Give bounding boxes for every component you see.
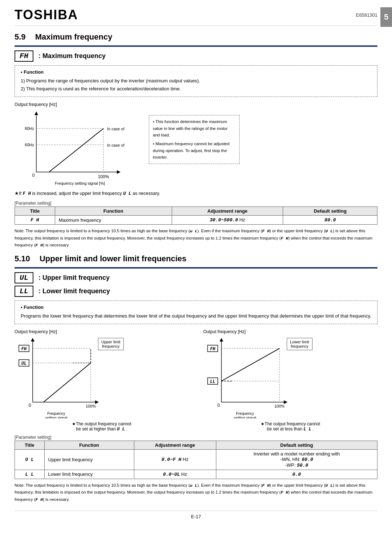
chart-row-59: Output frequency [Hz]: [15, 102, 377, 188]
row-fh-default: 80.0: [283, 216, 377, 225]
param-label-ll: : Lower limit frequency: [38, 287, 110, 295]
star-note-59: ★If F H is increased, adjust the upper l…: [15, 191, 377, 196]
chart-ul-ylabel: Output frequency [Hz]: [15, 329, 189, 334]
table-row-ll: L L Lower limit frequency 0.0~UL Hz 0.0: [15, 470, 377, 479]
chart-note-line-1: • This function determines the maximum v…: [153, 118, 236, 138]
svg-text:0: 0: [29, 403, 31, 408]
chart-lower-limit: Output frequency [Hz] FH: [203, 329, 377, 418]
section-59-heading: 5.9 Maximum frequency: [15, 32, 377, 42]
svg-text:100%: 100%: [274, 404, 285, 408]
col-function-510: Function: [44, 441, 134, 449]
chart-ll-wrap: FH LL: [203, 335, 377, 418]
svg-marker-2: [34, 111, 38, 115]
chart-note-line-2: • Maximum frequency cannot be adjusted d…: [153, 140, 236, 160]
param-box-row-ll: LL : Lower limit frequency: [15, 286, 377, 297]
svg-text:setting signal: setting signal: [234, 416, 256, 418]
svg-text:UL: UL: [21, 361, 26, 366]
chart-ll-ylabel: Output frequency [Hz]: [203, 329, 377, 334]
param-label-ul: : Upper limit frequency: [38, 274, 110, 282]
function-text-59: 1) Programs the range of frequencies out…: [21, 77, 371, 93]
svg-marker-42: [284, 400, 287, 404]
svg-text:0: 0: [217, 403, 220, 408]
svg-text:0: 0: [32, 173, 35, 178]
star-note-ll: ★The output frequency cannotbe set at le…: [203, 421, 377, 432]
note-510: Note: The output frequency is limited to…: [15, 482, 377, 503]
function-title-510: • Function: [21, 304, 371, 310]
star-note-ul: ★The output frequency cannotbe set at hi…: [15, 421, 189, 432]
chart-59: Output frequency [Hz]: [15, 102, 127, 188]
param-code-ll: LL: [15, 286, 33, 297]
svg-text:100%: 100%: [86, 404, 96, 408]
section-510-number: 5.10: [15, 254, 30, 263]
param-code-ul: UL: [15, 272, 33, 283]
row-ll-range: 0.0~UL Hz: [134, 470, 216, 479]
section-59: 5.9 Maximum frequency FH : Maximum frequ…: [15, 32, 377, 249]
chart-ylabel-59: Output frequency [Hz]: [15, 102, 127, 107]
page-footer: E-17: [15, 511, 377, 519]
svg-line-32: [44, 363, 91, 402]
param-table-510: Title Function Adjustment range Default …: [15, 441, 377, 479]
param-box-row-ul: UL : Upper limit frequency: [15, 272, 377, 283]
svg-text:FH: FH: [21, 347, 27, 352]
blue-bar-510: [15, 267, 377, 269]
section-59-number: 5.9: [15, 32, 26, 41]
col-default-59: Default setting: [283, 207, 377, 216]
col-range-59: Adjustment range: [172, 207, 283, 216]
section-59-title: Maximum frequency: [35, 32, 113, 41]
section-510-heading: 5.10 Upper limit and lower limit frequen…: [15, 254, 377, 263]
svg-text:LL: LL: [210, 379, 215, 384]
param-table-59: Title Function Adjustment range Default …: [15, 207, 377, 225]
svg-text:Frequency: Frequency: [236, 411, 254, 416]
svg-text:In case of: In case of: [107, 143, 125, 147]
table-row-fh: F H Maximum frequency 30.0~500.0 Hz 80.0: [15, 216, 377, 225]
table-row-ul: U L Upper limit frequency 0.0~F H Hz Inv…: [15, 449, 377, 470]
note-59: Note: The output frequency is limited to…: [15, 228, 377, 249]
row-ll-default: 0.0: [216, 470, 377, 479]
row-ll-function: Lower limit frequency: [44, 470, 134, 479]
chart-upper-limit: Output frequency [Hz] FH: [15, 329, 189, 418]
callout-ul-box: Upper limitfrequency: [98, 338, 124, 350]
function-title-59: • Function: [21, 69, 371, 75]
chart-svg-ll: FH LL: [203, 335, 298, 418]
callout-ll-box: Lower limitfrequency: [287, 338, 313, 350]
svg-text:80Hz: 80Hz: [25, 126, 34, 131]
svg-marker-23: [31, 338, 34, 342]
param-code-fh: FH: [15, 50, 33, 62]
svg-marker-24: [95, 400, 99, 404]
row-ul-range: 0.0~F H Hz: [134, 449, 216, 470]
chart-ul-wrap: FH UL: [15, 335, 189, 418]
col-function-59: Function: [55, 207, 172, 216]
function-box-59: • Function 1) Programs the range of freq…: [15, 65, 377, 97]
section-510-title: Upper limit and lower limit frequencies: [40, 254, 187, 263]
dual-chart-row: Output frequency [Hz] FH: [15, 329, 377, 418]
chart-svg-ul: FH UL: [15, 335, 109, 418]
svg-line-50: [221, 348, 279, 381]
row-ll-title: L L: [15, 470, 45, 479]
function-text-510: Programs the lower limit frequency that …: [21, 312, 371, 320]
doc-number: E6581301: [356, 12, 377, 18]
section-tab: 5: [380, 7, 392, 27]
row-fh-function: Maximum frequency: [55, 216, 172, 225]
svg-text:60Hz: 60Hz: [25, 143, 34, 147]
svg-text:Frequency: Frequency: [47, 411, 65, 416]
row-ul-function: Upper limit frequency: [44, 449, 134, 470]
col-range-510: Adjustment range: [134, 441, 216, 449]
header: TOSHIBA E6581301: [15, 7, 377, 26]
param-box-row-fh: FH : Maximum frequency: [15, 50, 377, 62]
function-line-1: 1) Programs the range of frequencies out…: [21, 77, 371, 85]
row-fh-title: F H: [15, 216, 55, 225]
row-ul-default: Inverter with a model number ending with…: [216, 449, 377, 470]
section-510: 5.10 Upper limit and lower limit frequen…: [15, 254, 377, 503]
page: 5 TOSHIBA E6581301 5.9 Maximum frequency…: [0, 0, 392, 556]
function-line-2: 2) This frequency is used as the referen…: [21, 85, 371, 93]
svg-text:Frequency setting signal [%]: Frequency setting signal [%]: [55, 181, 105, 185]
svg-text:100%: 100%: [98, 174, 109, 179]
toshiba-logo: TOSHIBA: [15, 7, 78, 23]
svg-text:FH: FH: [210, 347, 216, 352]
col-title-59: Title: [15, 207, 55, 216]
chart-svg-59: 0 100% 80Hz 60Hz In case of FH =80Hz In …: [15, 109, 127, 188]
col-default-510: Default setting: [216, 441, 377, 449]
row-ul-title: U L: [15, 449, 45, 470]
svg-marker-3: [117, 170, 121, 174]
svg-text:In case of: In case of: [107, 127, 125, 131]
